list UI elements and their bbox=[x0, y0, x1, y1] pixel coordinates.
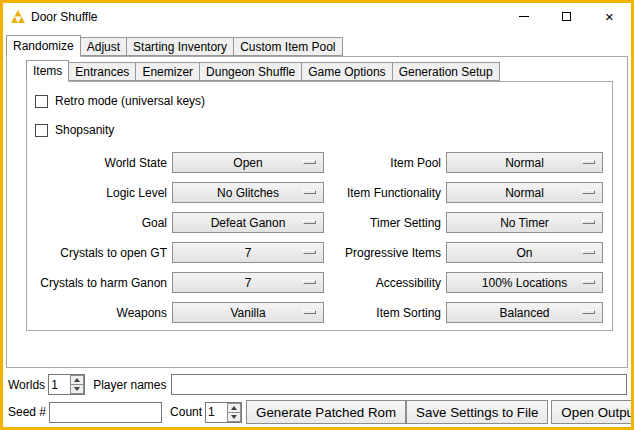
dropdown-indicator-icon bbox=[303, 190, 316, 194]
world-state-dropdown[interactable]: Open bbox=[172, 152, 324, 173]
crystals-gt-label: Crystals to open GT bbox=[33, 246, 167, 260]
timer-setting-dropdown[interactable]: No Timer bbox=[446, 212, 603, 233]
arrow-down-icon bbox=[74, 387, 80, 391]
open-output-directory-button[interactable]: Open Output Directory bbox=[551, 400, 634, 424]
close-button[interactable]: × bbox=[588, 3, 631, 30]
world-state-label: World State bbox=[33, 156, 167, 170]
tab-randomize[interactable]: Randomize bbox=[6, 35, 81, 57]
logic-level-label: Logic Level bbox=[33, 186, 167, 200]
dropdown-indicator-icon bbox=[303, 220, 316, 224]
maximize-button[interactable] bbox=[545, 3, 588, 30]
count-spin-arrows bbox=[227, 403, 241, 422]
crystals-ganon-dropdown[interactable]: 7 bbox=[172, 272, 324, 293]
dropdown-indicator-icon bbox=[582, 280, 595, 284]
window-title: Door Shuffle bbox=[31, 10, 98, 24]
shopsanity-label: Shopsanity bbox=[55, 123, 114, 137]
worlds-spin-arrows bbox=[70, 375, 84, 394]
app-window: Door Shuffle × Randomize Adjust Starting… bbox=[0, 0, 634, 430]
dropdown-indicator-icon bbox=[303, 160, 316, 164]
tab-game-options[interactable]: Game Options bbox=[301, 62, 392, 81]
worlds-row: Worlds Player names bbox=[8, 374, 627, 395]
item-sorting-label: Item Sorting bbox=[329, 306, 441, 320]
settings-grid: World State Open Item Pool Normal Logic … bbox=[33, 152, 612, 323]
worlds-spin-up-button[interactable] bbox=[70, 375, 84, 385]
tab-adjust[interactable]: Adjust bbox=[80, 37, 127, 56]
count-spinbox bbox=[205, 402, 242, 423]
dropdown-indicator-icon bbox=[303, 250, 316, 254]
item-pool-label: Item Pool bbox=[329, 156, 441, 170]
dropdown-value: No Timer bbox=[500, 216, 549, 230]
item-functionality-dropdown[interactable]: Normal bbox=[446, 182, 603, 203]
dropdown-indicator-icon bbox=[582, 190, 595, 194]
progressive-items-label: Progressive Items bbox=[329, 246, 441, 260]
item-functionality-label: Item Functionality bbox=[329, 186, 441, 200]
tab-dungeon-shuffle[interactable]: Dungeon Shuffle bbox=[199, 62, 302, 81]
weapons-label: Weapons bbox=[33, 306, 167, 320]
maximize-icon bbox=[562, 12, 571, 21]
dropdown-value: On bbox=[516, 246, 532, 260]
minimize-button[interactable] bbox=[502, 3, 545, 30]
dropdown-value: 100% Locations bbox=[482, 276, 567, 290]
tab-custom-item-pool[interactable]: Custom Item Pool bbox=[233, 37, 342, 56]
dropdown-indicator-icon bbox=[582, 250, 595, 254]
dropdown-value: Normal bbox=[505, 186, 544, 200]
dropdown-value: 7 bbox=[245, 276, 252, 290]
worlds-input[interactable] bbox=[49, 375, 70, 394]
shopsanity-row: Shopsanity bbox=[35, 120, 612, 140]
tab-entrances[interactable]: Entrances bbox=[68, 62, 136, 81]
progressive-items-dropdown[interactable]: On bbox=[446, 242, 603, 263]
crystals-ganon-label: Crystals to harm Ganon bbox=[33, 276, 167, 290]
weapons-dropdown[interactable]: Vanilla bbox=[172, 302, 324, 323]
retro-mode-checkbox[interactable] bbox=[35, 95, 48, 108]
goal-dropdown[interactable]: Defeat Ganon bbox=[172, 212, 324, 233]
worlds-spin-down-button[interactable] bbox=[70, 385, 84, 394]
tab-starting-inventory[interactable]: Starting Inventory bbox=[126, 37, 234, 56]
retro-mode-row: Retro mode (universal keys) bbox=[35, 91, 612, 111]
dropdown-value: Normal bbox=[505, 156, 544, 170]
count-label: Count bbox=[170, 405, 202, 419]
dropdown-indicator-icon bbox=[303, 310, 316, 314]
goal-label: Goal bbox=[33, 216, 167, 230]
count-input[interactable] bbox=[206, 403, 227, 422]
dropdown-value: 7 bbox=[245, 246, 252, 260]
save-settings-button[interactable]: Save Settings to File bbox=[406, 400, 548, 424]
dropdown-indicator-icon bbox=[303, 280, 316, 284]
generate-patched-rom-button[interactable]: Generate Patched Rom bbox=[246, 400, 406, 424]
close-icon: × bbox=[605, 9, 614, 24]
worlds-label: Worlds bbox=[8, 378, 45, 392]
bottom-controls: Worlds Player names Seed # Count bbox=[8, 374, 627, 424]
dropdown-value: Vanilla bbox=[230, 306, 265, 320]
count-spin-up-button[interactable] bbox=[227, 403, 241, 413]
titlebar: Door Shuffle × bbox=[3, 3, 631, 30]
tab-enemizer[interactable]: Enemizer bbox=[135, 62, 200, 81]
seed-input[interactable] bbox=[49, 402, 162, 423]
item-pool-dropdown[interactable]: Normal bbox=[446, 152, 603, 173]
app-icon bbox=[11, 10, 25, 23]
dropdown-indicator-icon bbox=[582, 160, 595, 164]
dropdown-indicator-icon bbox=[582, 310, 595, 314]
items-pane: Retro mode (universal keys) Shopsanity W… bbox=[26, 81, 613, 331]
window-controls: × bbox=[502, 3, 631, 30]
tab-items[interactable]: Items bbox=[26, 60, 69, 82]
randomize-pane: Items Entrances Enemizer Dungeon Shuffle… bbox=[6, 56, 628, 368]
item-sorting-dropdown[interactable]: Balanced bbox=[446, 302, 603, 323]
accessibility-dropdown[interactable]: 100% Locations bbox=[446, 272, 603, 293]
retro-mode-label: Retro mode (universal keys) bbox=[55, 94, 205, 108]
dropdown-value: Open bbox=[233, 156, 262, 170]
sub-tab-bar: Items Entrances Enemizer Dungeon Shuffle… bbox=[26, 61, 627, 81]
arrow-up-icon bbox=[231, 406, 237, 410]
logic-level-dropdown[interactable]: No Glitches bbox=[172, 182, 324, 203]
dropdown-value: Defeat Ganon bbox=[211, 216, 286, 230]
count-spin-down-button[interactable] bbox=[227, 413, 241, 422]
accessibility-label: Accessibility bbox=[329, 276, 441, 290]
player-names-input[interactable] bbox=[171, 374, 628, 395]
arrow-up-icon bbox=[74, 378, 80, 382]
minimize-icon bbox=[519, 16, 529, 17]
crystals-gt-dropdown[interactable]: 7 bbox=[172, 242, 324, 263]
shopsanity-checkbox[interactable] bbox=[35, 124, 48, 137]
dropdown-value: Balanced bbox=[499, 306, 549, 320]
tab-generation-setup[interactable]: Generation Setup bbox=[392, 62, 500, 81]
dropdown-indicator-icon bbox=[582, 220, 595, 224]
timer-setting-label: Timer Setting bbox=[329, 216, 441, 230]
seed-label: Seed # bbox=[8, 405, 46, 419]
